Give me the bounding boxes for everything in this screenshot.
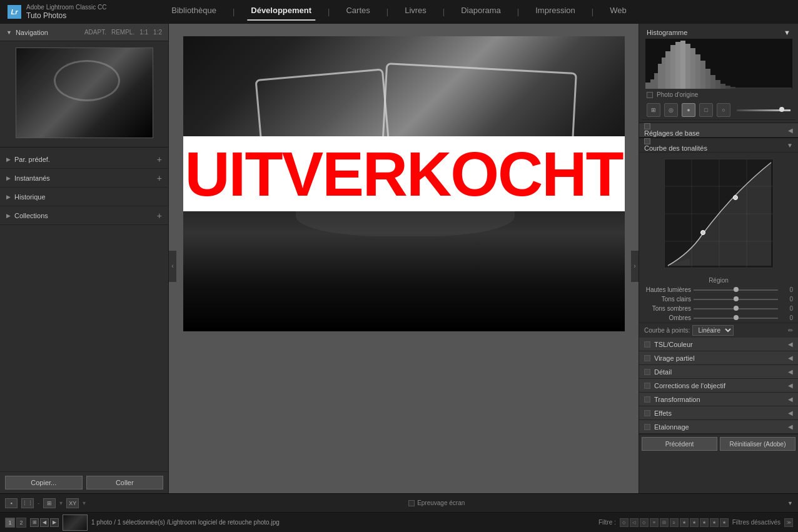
effets-item[interactable]: Effets ◀ (639, 406, 798, 420)
filmstrip-prev-button[interactable]: ◀ (40, 518, 49, 527)
collections-section[interactable]: ▶ Collections + (0, 206, 168, 225)
transformation-item[interactable]: Transformation ◀ (639, 393, 798, 406)
circle-filled-icon[interactable]: ● (682, 103, 695, 117)
virage-partiel-item[interactable]: Virage partiel ◀ (639, 351, 798, 365)
tons-sombres-label: Tons sombres (644, 305, 691, 312)
corrections-toggle[interactable] (644, 383, 650, 389)
virage-toggle[interactable] (644, 355, 650, 361)
hautes-lumieres-value: 0 (780, 286, 793, 293)
reglages-base-header[interactable]: Réglages de base ◀ (639, 123, 798, 138)
curve-canvas (664, 159, 774, 268)
circle2-tool-icon[interactable]: ○ (717, 103, 730, 117)
ombres-slider[interactable] (694, 318, 778, 319)
corrections-arrow: ◀ (788, 382, 793, 389)
rect-tool-icon[interactable]: □ (699, 103, 713, 117)
etalonnage-label: Etalonnage (654, 423, 689, 431)
hautes-lumieres-slider[interactable] (694, 289, 778, 291)
ratio-2-label[interactable]: 1:2 (153, 29, 162, 36)
circle-tool-icon[interactable]: ◎ (664, 103, 678, 117)
pencil-icon[interactable]: ✏ (788, 327, 793, 334)
photo-origin-label: Photo d'origine (657, 91, 698, 98)
filter-icon-5[interactable]: ⊟ (660, 518, 669, 527)
ratio-1-label[interactable]: 1:1 (139, 29, 148, 36)
collections-add-button[interactable]: + (157, 211, 162, 221)
page-numbers: 1 2 (5, 518, 26, 528)
courbe-toggle[interactable] (644, 138, 650, 144)
epreuvage-checkbox[interactable] (408, 500, 415, 506)
snapshots-section[interactable]: ▶ Instantanés + (0, 169, 168, 188)
paste-button[interactable]: Coller (86, 476, 164, 489)
detail-item[interactable]: Détail ◀ (639, 365, 798, 379)
filter-icon-8[interactable]: ★ (690, 518, 699, 527)
snapshots-label: Instantanés (14, 174, 50, 182)
nav-diaporama[interactable]: Diaporama (457, 3, 505, 21)
curve-points-label: Courbe à points: (644, 327, 690, 334)
tool-slider[interactable] (737, 109, 790, 111)
corrections-item[interactable]: Corrections de l'objectif ◀ (639, 379, 798, 393)
tsl-couleur-item[interactable]: TSL/Couleur ◀ (639, 338, 798, 351)
rempl-label[interactable]: REMPL. (111, 29, 134, 36)
histogram-collapse[interactable]: ▼ (784, 29, 790, 36)
presets-add-button[interactable]: + (157, 154, 162, 164)
transformation-toggle[interactable] (644, 396, 650, 403)
right-panel-toggle[interactable]: › (631, 251, 639, 282)
reinitialiser-button[interactable]: Réinitialiser (Adobe) (720, 437, 795, 451)
filter-icon-1[interactable]: ◇ (620, 518, 629, 527)
nav-web[interactable]: Web (606, 3, 630, 21)
left-panel-toggle[interactable]: ‹ (169, 251, 176, 282)
curve-type-dropdown[interactable]: Linéaire (692, 325, 734, 336)
filter-icon-4[interactable]: ≡ (650, 518, 659, 527)
curve-point-2[interactable] (733, 195, 738, 200)
effets-toggle[interactable] (644, 410, 650, 416)
right-panel-bottom-buttons: Précédent Réinitialiser (Adobe) (639, 434, 798, 453)
xy-icon[interactable]: XY (66, 498, 79, 508)
svg-rect-14 (710, 75, 715, 89)
collections-label: Collections (14, 212, 48, 219)
filter-icon-3[interactable]: ◇ (640, 518, 649, 527)
top-bar: Lr Adobe Lightroom Classic CC Tuto Photo… (0, 0, 798, 24)
nav-cartes[interactable]: Cartes (342, 3, 373, 21)
filter-settings-icon[interactable]: ≫ (784, 518, 793, 527)
detail-toggle[interactable] (644, 369, 650, 375)
filter-icon-11[interactable]: ★ (720, 518, 729, 527)
filter-icon-6[interactable]: ≥ (670, 518, 679, 527)
filter-icon-10[interactable]: ★ (710, 518, 719, 527)
history-section[interactable]: ▶ Historique (0, 188, 168, 206)
snapshots-add-button[interactable]: + (157, 173, 162, 183)
nav-bibliotheque[interactable]: Bibliothèque (168, 3, 220, 21)
filmstrip-grid-icon[interactable]: ⊞ (30, 518, 39, 527)
tons-clairs-slider[interactable] (694, 299, 778, 300)
grid-tool-icon[interactable]: ⊞ (647, 103, 660, 117)
reglages-toggle[interactable] (644, 123, 650, 129)
presets-section[interactable]: ▶ Par. prédef. + (0, 150, 168, 169)
lr-icon: Lr (8, 5, 21, 19)
page-2-button[interactable]: 2 (16, 518, 26, 528)
file-info-text: 1 photo / 1 sélectionnée(s) (91, 519, 165, 526)
courbe-tonalites-header[interactable]: Courbe des tonalités ▼ (639, 138, 798, 153)
curve-point-1[interactable] (700, 230, 705, 235)
filter-icon-7[interactable]: ★ (680, 518, 689, 527)
tool-icons-row: ⊞ ◎ ● □ ○ (642, 101, 795, 120)
filter-icon-2[interactable]: ◁ (630, 518, 639, 527)
filmstrip-next-button[interactable]: ▶ (50, 518, 59, 527)
adapt-label[interactable]: ADAPT. (84, 29, 106, 36)
precedent-button[interactable]: Précédent (642, 437, 717, 451)
page-1-button[interactable]: 1 (5, 518, 15, 528)
tons-sombres-value: 0 (780, 305, 793, 312)
tsl-toggle[interactable] (644, 341, 650, 348)
nav-livres[interactable]: Livres (401, 3, 430, 21)
tons-sombres-slider[interactable] (694, 308, 778, 309)
etalonnage-item[interactable]: Etalonnage ◀ (639, 420, 798, 434)
loupe-view-icon[interactable]: ⋮⋮ (21, 498, 34, 508)
grid-view-icon[interactable]: ▪ (5, 498, 18, 508)
etalonnage-toggle[interactable] (644, 424, 650, 430)
hautes-lumieres-row: Hautes lumières 0 (639, 285, 798, 294)
photo-origin-row: Photo d'origine (642, 89, 795, 101)
nav-impression[interactable]: Impression (532, 3, 579, 21)
filter-icon-9[interactable]: ★ (700, 518, 709, 527)
filmstrip-thumbnail[interactable] (63, 514, 88, 531)
copy-button[interactable]: Copier... (5, 476, 83, 489)
compare-icon[interactable]: ⊞ (43, 498, 56, 508)
nav-developpement[interactable]: Développement (247, 3, 315, 21)
photo-origin-checkbox[interactable] (647, 92, 653, 98)
